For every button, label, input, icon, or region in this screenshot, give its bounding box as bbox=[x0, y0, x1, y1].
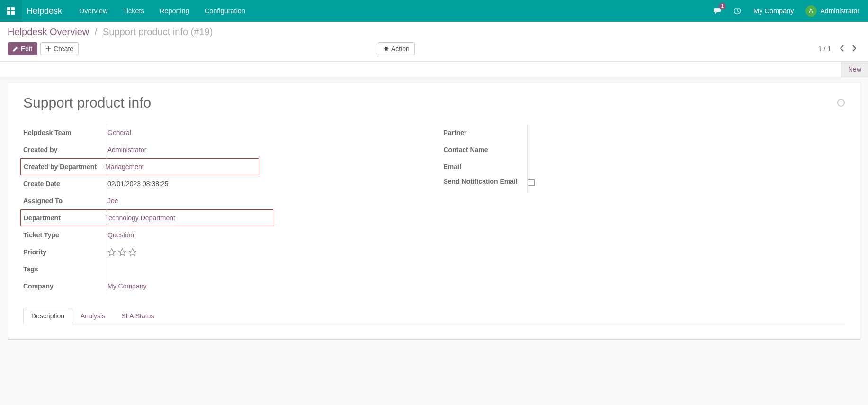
svg-rect-1 bbox=[11, 7, 15, 10]
tab-sla-status[interactable]: SLA Status bbox=[113, 308, 162, 324]
main-menu: Overview Tickets Reporting Configuration bbox=[72, 0, 253, 22]
create-button-label: Create bbox=[54, 45, 73, 53]
edit-button[interactable]: Edit bbox=[8, 42, 37, 55]
tags-label: Tags bbox=[23, 265, 105, 273]
assigned-to-label: Assigned To bbox=[23, 197, 105, 205]
pager-previous[interactable] bbox=[836, 43, 848, 55]
ticket-type-value[interactable]: Question bbox=[105, 229, 425, 241]
send-notification-label: Send Notification Email bbox=[444, 177, 525, 187]
star-icon[interactable] bbox=[118, 248, 126, 256]
partner-label: Partner bbox=[444, 129, 525, 136]
contact-name-label: Contact Name bbox=[444, 146, 525, 153]
menu-configuration[interactable]: Configuration bbox=[197, 0, 253, 22]
create-button[interactable]: Create bbox=[40, 42, 79, 55]
form-tabs: Description Analysis SLA Status bbox=[23, 308, 845, 324]
created-by-value[interactable]: Administrator bbox=[105, 144, 425, 155]
company-label: Company bbox=[23, 282, 105, 290]
priority-label: Priority bbox=[23, 248, 105, 256]
helpdesk-team-label: Helpdesk Team bbox=[23, 129, 105, 136]
created-by-label: Created by bbox=[23, 146, 105, 153]
tab-analysis[interactable]: Analysis bbox=[72, 308, 113, 324]
menu-overview[interactable]: Overview bbox=[72, 0, 115, 22]
gear-icon bbox=[383, 46, 389, 52]
breadcrumb-current: Support product info (#19) bbox=[103, 27, 213, 37]
email-value bbox=[525, 165, 845, 169]
pager-text: 1 / 1 bbox=[818, 45, 831, 53]
status-new[interactable]: New bbox=[841, 62, 868, 77]
chevron-left-icon bbox=[840, 45, 844, 52]
user-menu[interactable]: A Administrator bbox=[801, 5, 864, 17]
tab-description[interactable]: Description bbox=[23, 308, 72, 324]
user-name: Administrator bbox=[821, 7, 859, 15]
priority-stars[interactable] bbox=[105, 246, 140, 258]
tags-value bbox=[105, 267, 425, 271]
svg-rect-0 bbox=[7, 7, 10, 10]
breadcrumb-separator: / bbox=[95, 27, 98, 37]
page-title: Support product info bbox=[23, 95, 151, 111]
ticket-type-label: Ticket Type bbox=[23, 231, 105, 239]
edit-button-label: Edit bbox=[21, 45, 32, 53]
assigned-to-value[interactable]: Joe bbox=[105, 195, 425, 207]
send-notification-checkbox[interactable] bbox=[528, 179, 535, 186]
plus-icon bbox=[45, 46, 51, 52]
created-by-department-row: Created by Department Management bbox=[20, 158, 259, 175]
department-row: Department Technology Department bbox=[20, 209, 273, 226]
apps-icon[interactable] bbox=[0, 0, 22, 22]
svg-rect-3 bbox=[11, 11, 15, 15]
star-icon[interactable] bbox=[107, 248, 116, 256]
chevron-right-icon bbox=[852, 45, 857, 52]
svg-rect-2 bbox=[7, 11, 10, 15]
pager: 1 / 1 bbox=[818, 43, 860, 55]
action-button-label: Action bbox=[391, 45, 410, 53]
department-value[interactable]: Technology Department bbox=[102, 212, 273, 224]
control-panel: Helpdesk Overview / Support product info… bbox=[0, 22, 868, 62]
create-date-label: Create Date bbox=[23, 180, 105, 188]
created-by-department-label: Created by Department bbox=[24, 163, 102, 171]
pencil-icon bbox=[13, 46, 18, 52]
partner-value bbox=[525, 131, 845, 135]
top-navbar: Helpdesk Overview Tickets Reporting Conf… bbox=[0, 0, 868, 22]
breadcrumb: Helpdesk Overview / Support product info… bbox=[8, 27, 213, 37]
avatar: A bbox=[805, 5, 817, 17]
statusbar: New bbox=[0, 62, 868, 77]
kanban-state-icon[interactable] bbox=[837, 99, 845, 107]
created-by-department-value[interactable]: Management bbox=[102, 161, 259, 172]
menu-tickets[interactable]: Tickets bbox=[115, 0, 152, 22]
menu-reporting[interactable]: Reporting bbox=[152, 0, 197, 22]
email-label: Email bbox=[444, 163, 525, 171]
app-brand[interactable]: Helpdesk bbox=[22, 6, 72, 16]
company-switcher[interactable]: My Company bbox=[747, 7, 800, 15]
activities-icon[interactable] bbox=[728, 0, 747, 22]
breadcrumb-parent[interactable]: Helpdesk Overview bbox=[8, 27, 89, 37]
messages-badge: 1 bbox=[719, 3, 726, 9]
pager-next[interactable] bbox=[848, 43, 860, 55]
messages-icon[interactable]: 1 bbox=[708, 0, 728, 22]
star-icon[interactable] bbox=[128, 248, 137, 256]
create-date-value: 02/01/2023 08:38:25 bbox=[105, 178, 425, 189]
department-label: Department bbox=[24, 214, 102, 222]
contact-name-value bbox=[525, 148, 845, 152]
helpdesk-team-value[interactable]: General bbox=[105, 127, 425, 138]
company-value[interactable]: My Company bbox=[105, 280, 425, 292]
form-sheet: Support product info Helpdesk Team Gener… bbox=[8, 83, 860, 340]
action-button[interactable]: Action bbox=[378, 42, 415, 55]
